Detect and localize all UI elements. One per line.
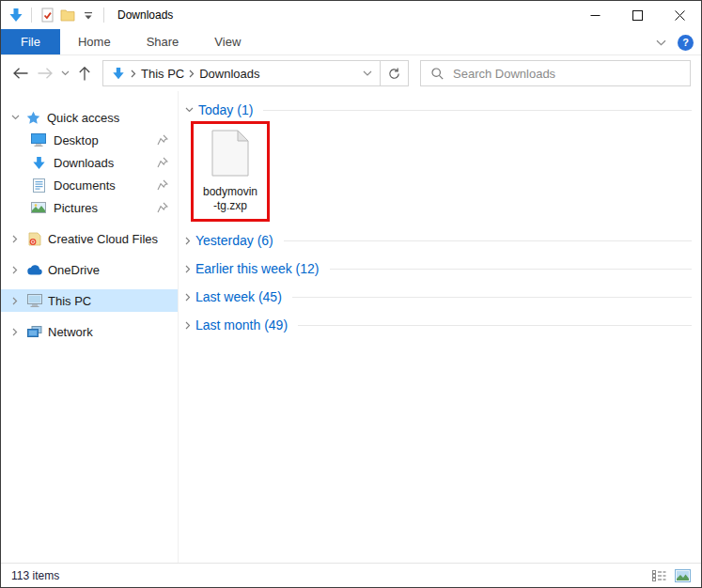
separator [31,8,32,23]
maximize-button[interactable] [616,1,659,29]
sidebar-item-downloads[interactable]: Downloads [1,151,178,174]
computer-monitor-icon [27,293,42,308]
navigation-pane: Quick access Desktop Downloads [1,91,179,563]
sidebar-item-documents[interactable]: Documents [1,174,178,196]
group-label: Last month (49) [195,317,288,333]
sidebar-item-creative-cloud-files[interactable]: Creative Cloud Files [1,227,178,250]
sidebar-item-network[interactable]: Network [1,320,178,343]
navigation-bar: This PC Downloads Search Downloads [1,55,701,91]
separator [103,8,104,23]
group-header-yesterday[interactable]: Yesterday (6) [185,231,694,250]
group-header-last-month[interactable]: Last month (49) [185,316,694,334]
chevron-down-icon [185,107,194,113]
window-title: Downloads [117,8,173,22]
status-bar: 113 items [1,563,701,587]
search-input[interactable]: Search Downloads [420,60,691,86]
search-icon [429,66,445,81]
pin-icon [155,178,170,193]
file-explorer-window: Downloads File Home Share View ? [0,0,702,588]
group-label: Last week (45) [195,289,282,304]
tab-home[interactable]: Home [60,29,129,54]
large-icons-view-icon[interactable] [675,569,691,582]
group-label: Earlier this week (12) [195,261,320,276]
ribbon-tab-bar: File Home Share View ? [1,29,701,55]
chevron-right-icon[interactable] [9,297,21,305]
chevron-right-icon[interactable] [9,328,21,336]
chevron-right-icon [185,293,191,302]
group-divider [292,297,692,298]
sidebar-label: Desktop [54,133,99,147]
sidebar-label: Downloads [54,156,114,170]
creative-cloud-folder-icon [27,231,42,246]
sidebar-label: Pictures [54,201,98,215]
minimize-ribbon-chevron-icon[interactable] [653,35,668,50]
chevron-right-icon[interactable] [9,266,21,274]
help-button[interactable]: ? [678,35,694,51]
document-icon [31,178,46,193]
chevron-right-icon [185,265,191,273]
group-divider [330,269,693,270]
search-placeholder: Search Downloads [453,67,555,81]
forward-button[interactable] [33,61,57,85]
sidebar-label: Documents [54,178,116,193]
sidebar-item-quick-access[interactable]: Quick access [1,106,178,129]
chevron-right-icon [185,321,191,330]
back-button[interactable] [8,61,33,85]
group-divider [284,240,692,241]
minimize-button[interactable] [574,1,616,29]
sidebar-item-pictures[interactable]: Pictures [1,196,178,219]
properties-check-icon[interactable] [39,8,55,23]
group-divider [298,325,692,326]
new-folder-icon[interactable] [60,8,75,23]
group-label: Today (1) [198,102,253,117]
group-label: Yesterday (6) [195,233,273,248]
address-dropdown-chevron-icon[interactable] [355,61,380,85]
sidebar-item-desktop[interactable]: Desktop [1,129,178,151]
pictures-icon [31,200,46,215]
network-computers-icon [27,324,42,339]
group-header-last-week[interactable]: Last week (45) [185,287,694,306]
close-button[interactable] [659,1,701,29]
chevron-right-icon[interactable] [9,235,21,243]
onedrive-cloud-icon [27,262,42,277]
sidebar-label: Creative Cloud Files [48,232,158,246]
chevron-down-icon[interactable] [9,115,21,120]
breadcrumb-chevron-icon[interactable] [189,70,195,78]
refresh-button[interactable] [381,60,409,86]
details-view-icon[interactable] [652,570,666,581]
generic-file-icon [211,130,249,180]
customize-qat-dropdown-icon[interactable] [81,8,96,23]
sidebar-label: This PC [48,294,91,308]
address-bar[interactable]: This PC Downloads [102,60,381,86]
recent-locations-chevron-icon[interactable] [57,61,72,85]
group-divider [263,110,692,111]
chevron-right-icon [185,237,191,245]
tab-file[interactable]: File [1,29,60,54]
sidebar-item-onedrive[interactable]: OneDrive [1,258,178,281]
downloads-arrow-icon [8,8,23,23]
file-item-bodymovin-tg-zxp[interactable]: bodymovin -tg.zxp [191,121,270,222]
sidebar-item-this-pc[interactable]: This PC [1,289,178,312]
sidebar-label: Network [48,325,93,339]
breadcrumb-downloads[interactable]: Downloads [199,67,259,81]
group-header-today[interactable]: Today (1) [185,101,694,119]
sidebar-label: Quick access [47,111,119,125]
group-header-earlier-this-week[interactable]: Earlier this week (12) [185,259,694,278]
breadcrumb-this-pc[interactable]: This PC [141,67,184,81]
quick-access-star-icon [25,110,40,125]
downloads-arrow-icon [111,66,126,81]
pin-icon [155,200,170,215]
item-count: 113 items [11,569,59,582]
file-list-pane: Today (1) bodymovin -tg.zxp Yesterday (6 [179,91,701,563]
title-bar: Downloads [1,1,701,29]
file-name-label: bodymovin -tg.zxp [203,185,257,213]
downloads-arrow-icon [31,155,46,170]
pin-icon [155,155,170,170]
pin-icon [155,132,170,147]
breadcrumb-chevron-icon[interactable] [131,70,136,78]
up-button[interactable] [72,61,97,85]
sidebar-label: OneDrive [48,263,100,277]
tab-share[interactable]: Share [129,29,197,54]
tab-view[interactable]: View [196,29,258,54]
desktop-icon [31,132,46,147]
